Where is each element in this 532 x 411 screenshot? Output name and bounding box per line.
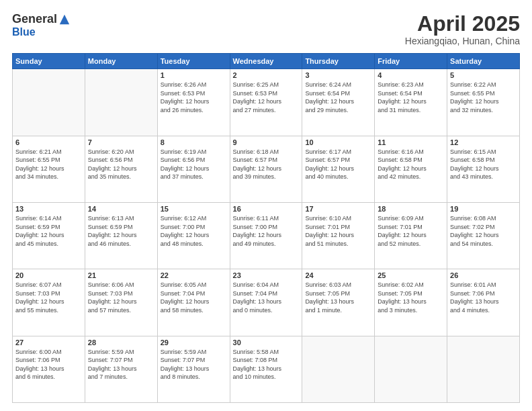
- page: General Blue April 2025 Hexiangqiao, Hun…: [0, 0, 532, 411]
- day-info: Sunrise: 6:19 AM Sunset: 6:56 PM Dayligh…: [161, 148, 227, 181]
- calendar-cell: 15Sunrise: 6:12 AM Sunset: 7:00 PM Dayli…: [157, 202, 230, 269]
- calendar-cell: 13Sunrise: 6:14 AM Sunset: 6:59 PM Dayli…: [13, 202, 85, 269]
- day-number: 5: [450, 71, 517, 79]
- logo-text: General: [12, 12, 71, 26]
- calendar-cell: 11Sunrise: 6:16 AM Sunset: 6:58 PM Dayli…: [375, 136, 447, 202]
- day-info: Sunrise: 6:02 AM Sunset: 7:05 PM Dayligh…: [378, 281, 444, 314]
- calendar-cell: [13, 69, 85, 136]
- day-number: 16: [233, 205, 300, 213]
- calendar-cell: 18Sunrise: 6:09 AM Sunset: 7:01 PM Dayli…: [375, 202, 447, 269]
- col-thursday: Thursday: [302, 54, 375, 69]
- day-number: 15: [161, 205, 227, 213]
- day-number: 19: [450, 205, 517, 213]
- calendar-cell: 28Sunrise: 5:59 AM Sunset: 7:07 PM Dayli…: [85, 336, 157, 402]
- calendar-cell: [375, 336, 447, 402]
- day-number: 29: [161, 338, 227, 347]
- day-number: 26: [450, 271, 517, 279]
- calendar-cell: 12Sunrise: 6:15 AM Sunset: 6:58 PM Dayli…: [447, 136, 520, 202]
- day-info: Sunrise: 6:09 AM Sunset: 7:01 PM Dayligh…: [378, 214, 444, 248]
- location: Hexiangqiao, Hunan, China: [405, 36, 520, 46]
- day-info: Sunrise: 6:21 AM Sunset: 6:55 PM Dayligh…: [15, 148, 82, 181]
- day-info: Sunrise: 6:24 AM Sunset: 6:54 PM Dayligh…: [305, 81, 371, 114]
- day-info: Sunrise: 5:58 AM Sunset: 7:08 PM Dayligh…: [233, 348, 300, 381]
- logo-icon: [58, 13, 71, 26]
- calendar-cell: [447, 336, 520, 402]
- col-tuesday: Tuesday: [157, 54, 230, 69]
- col-saturday: Saturday: [447, 54, 520, 69]
- day-number: 22: [161, 271, 227, 279]
- day-number: 14: [88, 205, 154, 213]
- calendar-row-0: 1Sunrise: 6:26 AM Sunset: 6:53 PM Daylig…: [13, 69, 520, 136]
- calendar-cell: 17Sunrise: 6:10 AM Sunset: 7:01 PM Dayli…: [302, 202, 375, 269]
- calendar-header-row: Sunday Monday Tuesday Wednesday Thursday…: [13, 54, 520, 69]
- day-number: 11: [378, 138, 444, 146]
- day-number: 18: [378, 205, 444, 213]
- day-info: Sunrise: 6:10 AM Sunset: 7:01 PM Dayligh…: [305, 214, 371, 248]
- day-info: Sunrise: 6:18 AM Sunset: 6:57 PM Dayligh…: [233, 148, 300, 181]
- day-number: 9: [233, 138, 300, 146]
- calendar-cell: 26Sunrise: 6:01 AM Sunset: 7:06 PM Dayli…: [447, 269, 520, 336]
- logo-blue-text: Blue: [12, 26, 36, 38]
- day-number: 23: [233, 271, 300, 279]
- day-info: Sunrise: 6:13 AM Sunset: 6:59 PM Dayligh…: [88, 214, 154, 248]
- day-number: 12: [450, 138, 517, 146]
- calendar-cell: 7Sunrise: 6:20 AM Sunset: 6:56 PM Daylig…: [85, 136, 157, 202]
- col-monday: Monday: [85, 54, 157, 69]
- day-info: Sunrise: 6:26 AM Sunset: 6:53 PM Dayligh…: [161, 81, 227, 114]
- calendar-cell: 23Sunrise: 6:04 AM Sunset: 7:04 PM Dayli…: [230, 269, 302, 336]
- day-info: Sunrise: 6:01 AM Sunset: 7:06 PM Dayligh…: [450, 281, 517, 314]
- day-number: 17: [305, 205, 371, 213]
- calendar-cell: 6Sunrise: 6:21 AM Sunset: 6:55 PM Daylig…: [13, 136, 85, 202]
- day-info: Sunrise: 6:07 AM Sunset: 7:03 PM Dayligh…: [15, 281, 82, 314]
- day-info: Sunrise: 6:20 AM Sunset: 6:56 PM Dayligh…: [88, 148, 154, 181]
- calendar-row-3: 20Sunrise: 6:07 AM Sunset: 7:03 PM Dayli…: [13, 269, 520, 336]
- logo-general: General: [12, 12, 57, 26]
- day-number: 3: [305, 71, 371, 79]
- calendar-cell: [85, 69, 157, 136]
- calendar-table: Sunday Monday Tuesday Wednesday Thursday…: [12, 53, 520, 403]
- day-number: 7: [88, 138, 154, 146]
- calendar-cell: 30Sunrise: 5:58 AM Sunset: 7:08 PM Dayli…: [230, 336, 302, 402]
- calendar-cell: 3Sunrise: 6:24 AM Sunset: 6:54 PM Daylig…: [302, 69, 375, 136]
- title-block: April 2025 Hexiangqiao, Hunan, China: [405, 12, 520, 46]
- day-number: 10: [305, 138, 371, 146]
- day-number: 27: [15, 338, 82, 347]
- calendar-cell: 21Sunrise: 6:06 AM Sunset: 7:03 PM Dayli…: [85, 269, 157, 336]
- day-info: Sunrise: 6:03 AM Sunset: 7:05 PM Dayligh…: [305, 281, 371, 314]
- calendar-cell: 5Sunrise: 6:22 AM Sunset: 6:55 PM Daylig…: [447, 69, 520, 136]
- calendar-cell: 22Sunrise: 6:05 AM Sunset: 7:04 PM Dayli…: [157, 269, 230, 336]
- day-info: Sunrise: 6:16 AM Sunset: 6:58 PM Dayligh…: [378, 148, 444, 181]
- day-number: 21: [88, 271, 154, 279]
- day-info: Sunrise: 5:59 AM Sunset: 7:07 PM Dayligh…: [88, 348, 154, 381]
- calendar-cell: 29Sunrise: 5:59 AM Sunset: 7:07 PM Dayli…: [157, 336, 230, 402]
- calendar-cell: 16Sunrise: 6:11 AM Sunset: 7:00 PM Dayli…: [230, 202, 302, 269]
- calendar-cell: 25Sunrise: 6:02 AM Sunset: 7:05 PM Dayli…: [375, 269, 447, 336]
- svg-marker-0: [60, 14, 69, 24]
- calendar-cell: 10Sunrise: 6:17 AM Sunset: 6:57 PM Dayli…: [302, 136, 375, 202]
- day-number: 4: [378, 71, 444, 79]
- calendar-cell: 4Sunrise: 6:23 AM Sunset: 6:54 PM Daylig…: [375, 69, 447, 136]
- calendar-cell: 14Sunrise: 6:13 AM Sunset: 6:59 PM Dayli…: [85, 202, 157, 269]
- day-info: Sunrise: 6:23 AM Sunset: 6:54 PM Dayligh…: [378, 81, 444, 114]
- col-friday: Friday: [375, 54, 447, 69]
- logo: General Blue: [12, 12, 71, 38]
- calendar-cell: 27Sunrise: 6:00 AM Sunset: 7:06 PM Dayli…: [13, 336, 85, 402]
- calendar-row-1: 6Sunrise: 6:21 AM Sunset: 6:55 PM Daylig…: [13, 136, 520, 202]
- calendar-cell: 1Sunrise: 6:26 AM Sunset: 6:53 PM Daylig…: [157, 69, 230, 136]
- day-info: Sunrise: 6:17 AM Sunset: 6:57 PM Dayligh…: [305, 148, 371, 181]
- day-info: Sunrise: 6:15 AM Sunset: 6:58 PM Dayligh…: [450, 148, 517, 181]
- header: General Blue April 2025 Hexiangqiao, Hun…: [12, 12, 520, 46]
- day-number: 8: [161, 138, 227, 146]
- day-info: Sunrise: 6:22 AM Sunset: 6:55 PM Dayligh…: [450, 81, 517, 114]
- day-number: 6: [15, 138, 82, 146]
- day-info: Sunrise: 6:08 AM Sunset: 7:02 PM Dayligh…: [450, 214, 517, 248]
- day-info: Sunrise: 6:14 AM Sunset: 6:59 PM Dayligh…: [15, 214, 82, 248]
- calendar-cell: 9Sunrise: 6:18 AM Sunset: 6:57 PM Daylig…: [230, 136, 302, 202]
- calendar-cell: 19Sunrise: 6:08 AM Sunset: 7:02 PM Dayli…: [447, 202, 520, 269]
- day-number: 24: [305, 271, 371, 279]
- day-info: Sunrise: 5:59 AM Sunset: 7:07 PM Dayligh…: [161, 348, 227, 381]
- month-title: April 2025: [405, 12, 520, 36]
- day-number: 25: [378, 271, 444, 279]
- calendar-cell: 24Sunrise: 6:03 AM Sunset: 7:05 PM Dayli…: [302, 269, 375, 336]
- day-info: Sunrise: 6:06 AM Sunset: 7:03 PM Dayligh…: [88, 281, 154, 314]
